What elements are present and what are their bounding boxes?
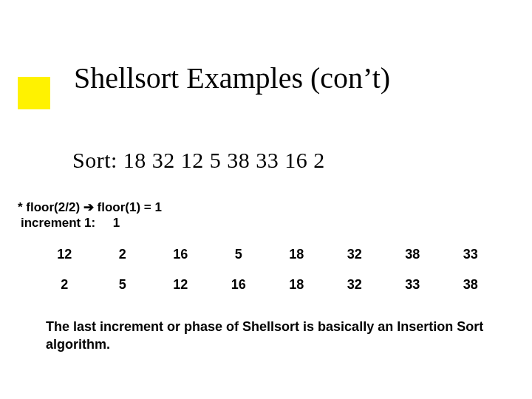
cell: 12 — [35, 239, 94, 270]
cell: 18 — [267, 239, 326, 270]
calc-suffix: floor(1) = 1 — [94, 200, 162, 214]
slide-title: Shellsort Examples (con’t) — [74, 61, 390, 95]
cell: 5 — [210, 239, 268, 270]
cell: 5 — [94, 270, 152, 300]
cell: 18 — [267, 270, 326, 300]
table-row: 12 2 16 5 18 32 38 33 — [35, 239, 499, 270]
cell: 33 — [442, 239, 500, 270]
cell: 38 — [383, 239, 442, 270]
accent-bar — [18, 77, 50, 109]
data-table: 12 2 16 5 18 32 38 33 2 5 12 16 18 32 33… — [35, 239, 499, 300]
arrow-icon: ➔ — [83, 200, 94, 214]
cell: 38 — [442, 270, 500, 300]
cell: 16 — [151, 239, 210, 270]
sort-values: 18 32 12 5 38 33 16 2 — [123, 148, 325, 172]
cell: 12 — [151, 270, 210, 300]
cell: 32 — [326, 239, 384, 270]
table-row: 2 5 12 16 18 32 33 38 — [35, 270, 499, 300]
calc-prefix: * floor(2/2) — [18, 200, 83, 214]
closing-text: The last increment or phase of Shellsort… — [46, 318, 489, 354]
cell: 2 — [94, 239, 152, 270]
increment-line: increment 1: 1 — [21, 216, 120, 231]
cell: 16 — [210, 270, 268, 300]
slide: Shellsort Examples (con’t) Sort: 18 32 1… — [0, 0, 532, 399]
cell: 32 — [326, 270, 384, 300]
calc-line: * floor(2/2) ➔ floor(1) = 1 — [18, 200, 162, 215]
cell: 2 — [35, 270, 94, 300]
sort-prefix: Sort: — [72, 148, 123, 172]
sort-line: Sort: 18 32 12 5 38 33 16 2 — [72, 148, 325, 173]
cell: 33 — [383, 270, 442, 300]
